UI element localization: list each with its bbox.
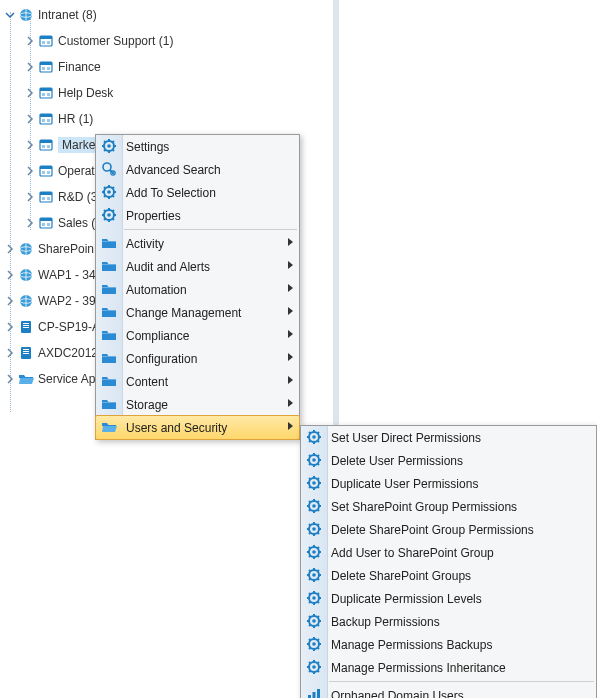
- svg-line-144: [318, 547, 320, 549]
- menu-separator: [329, 681, 594, 682]
- context-submenu-item[interactable]: Delete SharePoint Group Permissions: [301, 518, 596, 541]
- gear-icon: [306, 613, 322, 629]
- menu-item-label: Storage: [126, 398, 168, 412]
- svg-line-194: [318, 662, 320, 664]
- chart-icon: [306, 687, 322, 698]
- twisty-collapsed-icon[interactable]: [24, 114, 36, 124]
- site-icon: [38, 137, 54, 153]
- context-submenu-item[interactable]: Delete User Permissions: [301, 449, 596, 472]
- gear-icon: [306, 590, 322, 606]
- context-submenu-item[interactable]: Set User Direct Permissions: [301, 426, 596, 449]
- twisty-expanded-icon[interactable]: [4, 10, 16, 20]
- context-submenu-item[interactable]: Add User to SharePoint Group: [301, 541, 596, 564]
- submenu-arrow-icon: [288, 261, 293, 269]
- twisty-collapsed-icon[interactable]: [4, 322, 16, 332]
- svg-point-96: [312, 458, 316, 462]
- twisty-collapsed-icon[interactable]: [24, 88, 36, 98]
- context-menu-main: SettingsAdvanced SearchAdd To SelectionP…: [95, 134, 300, 440]
- svg-line-143: [309, 556, 311, 558]
- gear-icon: [101, 184, 117, 200]
- globe-icon: [18, 293, 34, 309]
- context-menu-main-item[interactable]: Change Management: [96, 301, 299, 324]
- menu-item-label: Delete SharePoint Groups: [331, 569, 471, 583]
- context-submenu-item[interactable]: Duplicate User Permissions: [301, 472, 596, 495]
- svg-line-174: [318, 616, 320, 618]
- twisty-collapsed-icon[interactable]: [24, 218, 36, 228]
- context-menu-main-item[interactable]: Compliance: [96, 324, 299, 347]
- context-submenu-item[interactable]: Orphaned Domain Users: [301, 684, 596, 698]
- gear-icon: [306, 567, 322, 583]
- twisty-collapsed-icon[interactable]: [4, 244, 16, 254]
- tree-item-intranet[interactable]: Intranet (8): [0, 2, 330, 28]
- svg-line-111: [309, 478, 311, 480]
- svg-rect-16: [40, 114, 52, 117]
- svg-line-181: [309, 639, 311, 641]
- svg-rect-47: [23, 327, 29, 328]
- svg-line-161: [309, 593, 311, 595]
- submenu-arrow-icon: [288, 330, 293, 338]
- context-menu-main-item[interactable]: Users and Security: [95, 415, 300, 440]
- site-icon: [38, 163, 54, 179]
- svg-rect-12: [40, 88, 52, 91]
- twisty-collapsed-icon[interactable]: [24, 36, 36, 46]
- context-submenu-item[interactable]: Duplicate Permission Levels: [301, 587, 596, 610]
- svg-point-186: [312, 665, 316, 669]
- tree-item[interactable]: Finance: [0, 54, 330, 80]
- svg-rect-17: [42, 119, 45, 122]
- svg-point-86: [312, 435, 316, 439]
- context-menu-main-item[interactable]: Audit and Alerts: [96, 255, 299, 278]
- svg-rect-4: [40, 36, 52, 39]
- tree-item[interactable]: HR (1): [0, 106, 330, 132]
- site-icon: [38, 59, 54, 75]
- context-menu-main-item[interactable]: Settings: [96, 135, 299, 158]
- svg-rect-26: [47, 171, 50, 174]
- context-menu-main-item[interactable]: Automation: [96, 278, 299, 301]
- svg-line-61: [113, 141, 115, 143]
- submenu-arrow-icon: [288, 238, 293, 246]
- context-menu-main-item[interactable]: Advanced Search: [96, 158, 299, 181]
- context-submenu-item[interactable]: Manage Permissions Inheritance: [301, 656, 596, 679]
- menu-item-label: Change Management: [126, 306, 241, 320]
- twisty-collapsed-icon[interactable]: [4, 348, 16, 358]
- twisty-collapsed-icon[interactable]: [24, 140, 36, 150]
- context-menu-main-item[interactable]: Activity: [96, 232, 299, 255]
- context-menu-main-item[interactable]: Properties: [96, 204, 299, 227]
- context-submenu-item[interactable]: Backup Permissions: [301, 610, 596, 633]
- svg-rect-21: [42, 145, 45, 148]
- svg-rect-20: [40, 140, 52, 143]
- tree-item-label: Operat: [58, 164, 95, 178]
- svg-line-58: [104, 141, 106, 143]
- tree-item[interactable]: Help Desk: [0, 80, 330, 106]
- submenu-arrow-icon: [288, 399, 293, 407]
- context-menu-main-item[interactable]: Configuration: [96, 347, 299, 370]
- context-submenu-item[interactable]: Manage Permissions Backups: [301, 633, 596, 656]
- tree-item-label: HR (1): [58, 112, 93, 126]
- svg-line-164: [318, 593, 320, 595]
- submenu-arrow-icon: [288, 376, 293, 384]
- svg-line-73: [104, 196, 106, 198]
- menu-item-label: Compliance: [126, 329, 189, 343]
- context-submenu-item[interactable]: Delete SharePoint Groups: [301, 564, 596, 587]
- twisty-collapsed-icon[interactable]: [4, 270, 16, 280]
- tree-item-label: Intranet (8): [38, 8, 97, 22]
- svg-rect-196: [313, 692, 316, 698]
- gear-icon: [101, 207, 117, 223]
- svg-point-146: [312, 573, 316, 577]
- svg-line-193: [309, 671, 311, 673]
- twisty-collapsed-icon[interactable]: [24, 62, 36, 72]
- context-menu-main-item[interactable]: Content: [96, 370, 299, 393]
- context-menu-main-item[interactable]: Add To Selection: [96, 181, 299, 204]
- tree-item[interactable]: Customer Support (1): [0, 28, 330, 54]
- context-submenu-item[interactable]: Set SharePoint Group Permissions: [301, 495, 596, 518]
- svg-rect-197: [317, 689, 320, 698]
- twisty-collapsed-icon[interactable]: [24, 192, 36, 202]
- context-menu-main-item[interactable]: Storage: [96, 393, 299, 416]
- twisty-collapsed-icon[interactable]: [4, 296, 16, 306]
- twisty-collapsed-icon[interactable]: [4, 374, 16, 384]
- twisty-collapsed-icon[interactable]: [24, 166, 36, 176]
- svg-line-122: [318, 510, 320, 512]
- svg-rect-33: [42, 223, 45, 226]
- svg-rect-8: [40, 62, 52, 65]
- svg-line-173: [309, 625, 311, 627]
- svg-rect-18: [47, 119, 50, 122]
